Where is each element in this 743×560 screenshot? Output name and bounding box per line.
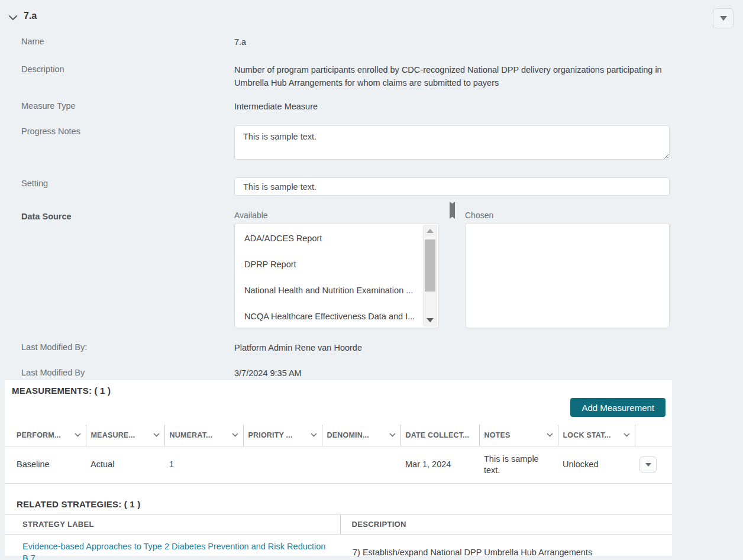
form-row-data-source: Data Source Available ADA/ADCES Report D…	[0, 211, 743, 328]
table-row: Baseline Actual 1 Mar 1, 2024 This is sa…	[5, 446, 672, 483]
name-label: Name	[0, 35, 234, 46]
chevron-down-icon	[75, 433, 81, 437]
cell-notes: This is sample text.	[479, 446, 558, 483]
column-header-lock-status[interactable]: LOCK STAT...	[558, 425, 635, 446]
last-modified-date-label: Last Modified By	[0, 367, 234, 377]
table-row: Evidence-based Approaches to Type 2 Diab…	[5, 534, 672, 560]
progress-notes-label: Progress Notes	[0, 125, 234, 136]
list-item[interactable]: NCQA Healthcare Effectiveness Data and I…	[235, 303, 438, 328]
form-row-setting: Setting	[0, 177, 743, 196]
triangle-left-icon	[450, 202, 455, 219]
chevron-down-icon	[389, 433, 396, 437]
column-header-priority[interactable]: PRIORITY ...	[243, 425, 322, 446]
table-header-row: PERFORM... MEASURE... NUMERAT... PRIORIT…	[5, 425, 672, 446]
data-source-label: Data Source	[0, 211, 234, 221]
cell-actions	[635, 446, 672, 483]
related-strategies-title: RELATED STRATEGIES: ( 1 )	[5, 484, 672, 509]
chevron-down-icon	[311, 433, 317, 437]
cell-performance: Baseline	[5, 446, 86, 483]
measure-form: Name 7.a Description Number of program p…	[0, 33, 743, 380]
list-item[interactable]: DPRP Report	[235, 251, 438, 277]
cell-date-collected: Mar 1, 2024	[400, 446, 479, 483]
column-header-denominator[interactable]: DENOMIN...	[322, 425, 400, 446]
form-row-description: Description Number of program participan…	[0, 63, 743, 89]
related-strategies-table: STRATEGY LABEL DESCRIPTION Evidence-base…	[5, 514, 672, 560]
description-value: Number of program participants enrolled …	[234, 63, 670, 89]
setting-label: Setting	[0, 177, 234, 188]
available-listbox[interactable]: ADA/ADCES Report DPRP Report National He…	[234, 223, 439, 328]
listbox-scrollbar[interactable]	[423, 225, 437, 326]
form-row-last-modified-date: Last Modified By 3/7/2024 9:35 AM	[0, 367, 743, 380]
list-item[interactable]: ADA/ADCES Report	[235, 225, 438, 251]
scroll-up-icon[interactable]	[427, 229, 434, 233]
measurements-table: PERFORM... MEASURE... NUMERAT... PRIORIT…	[5, 425, 672, 484]
column-header-performance[interactable]: PERFORM...	[5, 425, 86, 446]
name-value: 7.a	[234, 35, 670, 48]
measure-detail-panel: 7.a Name 7.a Description Number of progr…	[0, 0, 743, 560]
column-header-measure[interactable]: MEASURE...	[86, 425, 164, 446]
page-title: 7.a	[24, 11, 37, 21]
cell-measure: Actual	[86, 446, 164, 483]
last-modified-date-value: 3/7/2024 9:35 AM	[234, 367, 670, 380]
last-modified-by-label: Last Modified By:	[0, 341, 234, 352]
scrollbar-thumb[interactable]	[425, 239, 435, 292]
row-actions-button[interactable]	[639, 457, 657, 472]
column-header-strategy-label: STRATEGY LABEL	[5, 514, 340, 534]
caret-down-icon	[720, 16, 727, 21]
column-header-numerator[interactable]: NUMERAT...	[164, 425, 243, 446]
column-header-notes[interactable]: NOTES	[479, 425, 558, 446]
chevron-down-icon	[153, 433, 160, 437]
table-header-row: STRATEGY LABEL DESCRIPTION	[5, 514, 672, 534]
form-row-last-modified-by: Last Modified By: Platform Admin Rene va…	[0, 341, 743, 354]
form-row-name: Name 7.a	[0, 35, 743, 48]
cell-numerator: 1	[164, 446, 243, 483]
measurements-panel: MEASUREMENTS: ( 1 ) Add Measurement PERF…	[5, 380, 672, 556]
cell-priority	[243, 446, 322, 483]
cell-lock-status: Unlocked	[558, 446, 635, 483]
header-actions-button[interactable]	[713, 8, 734, 28]
list-item[interactable]: National Health and Nutrition Examinatio…	[235, 277, 438, 303]
last-modified-by-value: Platform Admin Rene van Hoorde	[234, 341, 670, 354]
progress-notes-textarea[interactable]: This is sample text.	[234, 125, 670, 160]
cell-denominator	[322, 446, 400, 483]
measure-type-value: Intermediate Measure	[234, 100, 670, 113]
chevron-down-icon[interactable]	[8, 13, 18, 19]
section-header: 7.a	[8, 11, 37, 21]
chevron-down-icon	[624, 433, 630, 437]
chevron-down-icon	[547, 433, 553, 437]
description-label: Description	[0, 63, 234, 74]
form-row-progress-notes: Progress Notes This is sample text.	[0, 125, 743, 163]
scroll-down-icon[interactable]	[427, 318, 434, 322]
column-header-date-collected[interactable]: DATE COLLECT...	[400, 425, 479, 446]
caret-down-icon	[645, 463, 651, 467]
measurements-title: MEASUREMENTS: ( 1 )	[5, 380, 672, 396]
data-source-dual-listbox: Available ADA/ADCES Report DPRP Report N…	[234, 211, 670, 328]
add-measurement-button[interactable]: Add Measurement	[570, 398, 666, 417]
available-label: Available	[234, 211, 439, 220]
chosen-label: Chosen	[465, 211, 670, 220]
strategy-description: 7) Establish/expand National DPP Umbrell…	[340, 534, 672, 560]
setting-input[interactable]	[234, 177, 670, 196]
form-row-measure-type: Measure Type Intermediate Measure	[0, 100, 743, 113]
chevron-down-icon	[232, 433, 238, 437]
chosen-listbox[interactable]	[465, 223, 670, 328]
strategy-link[interactable]: Evidence-based Approaches to Type 2 Diab…	[22, 542, 325, 560]
measure-type-label: Measure Type	[0, 100, 234, 111]
column-header-description: DESCRIPTION	[340, 514, 672, 534]
column-header-actions	[635, 425, 672, 446]
